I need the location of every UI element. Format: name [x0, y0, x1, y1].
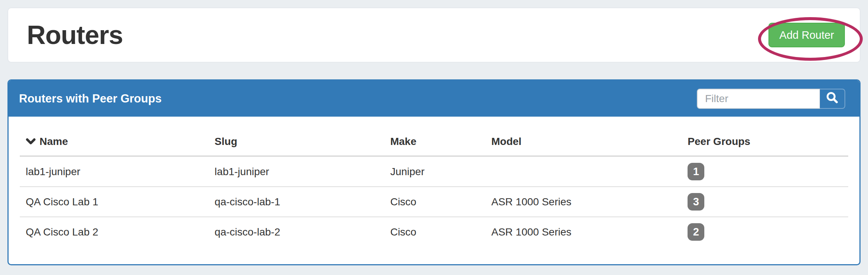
peer-groups-badge: 3 — [688, 193, 704, 211]
search-button[interactable] — [820, 89, 845, 109]
column-header-slug[interactable]: Slug — [209, 128, 384, 156]
page-header-card: Routers Add Router — [7, 7, 861, 63]
table-row: QA Cisco Lab 2 qa-cisco-lab-2 Cisco ASR … — [20, 217, 848, 247]
filter-input[interactable] — [697, 89, 820, 109]
magnifier-icon — [825, 91, 839, 106]
table-row: QA Cisco Lab 1 qa-cisco-lab-1 Cisco ASR … — [20, 187, 848, 217]
table-row: lab1-juniper lab1-juniper Juniper 1 — [20, 156, 848, 187]
cell-peer-groups: 3 — [682, 187, 848, 217]
cell-name: lab1-juniper — [20, 156, 209, 187]
add-router-button[interactable]: Add Router — [768, 23, 845, 47]
cell-make: Juniper — [384, 156, 485, 187]
cell-peer-groups: 2 — [682, 217, 848, 247]
cell-make: Cisco — [384, 217, 485, 247]
cell-slug: qa-cisco-lab-1 — [209, 187, 384, 217]
cell-name: QA Cisco Lab 2 — [20, 217, 209, 247]
column-header-name[interactable]: Name — [20, 128, 209, 156]
panel-heading: Routers with Peer Groups — [9, 80, 859, 117]
cell-slug: lab1-juniper — [209, 156, 384, 187]
panel-title: Routers with Peer Groups — [19, 92, 161, 105]
peer-groups-badge: 2 — [688, 223, 704, 241]
chevron-down-icon — [26, 134, 36, 149]
cell-model — [485, 156, 682, 187]
cell-model: ASR 1000 Series — [485, 187, 682, 217]
column-header-make[interactable]: Make — [384, 128, 485, 156]
column-header-model[interactable]: Model — [485, 128, 682, 156]
table-header-row: Name Slug Make Model Peer Groups — [20, 128, 848, 156]
cell-peer-groups: 1 — [682, 156, 848, 187]
routers-panel: Routers with Peer Groups — [7, 79, 861, 265]
cell-slug: qa-cisco-lab-2 — [209, 217, 384, 247]
column-header-name-label: Name — [40, 134, 68, 149]
routers-table: Name Slug Make Model Peer Groups lab1-ju… — [20, 128, 848, 247]
cell-model: ASR 1000 Series — [485, 217, 682, 247]
cell-make: Cisco — [384, 187, 485, 217]
column-header-peer-groups[interactable]: Peer Groups — [682, 128, 848, 156]
cell-name: QA Cisco Lab 1 — [20, 187, 209, 217]
page-title: Routers — [27, 20, 123, 50]
filter-group — [697, 89, 845, 109]
peer-groups-badge: 1 — [688, 163, 704, 180]
panel-body: Name Slug Make Model Peer Groups lab1-ju… — [9, 117, 859, 247]
